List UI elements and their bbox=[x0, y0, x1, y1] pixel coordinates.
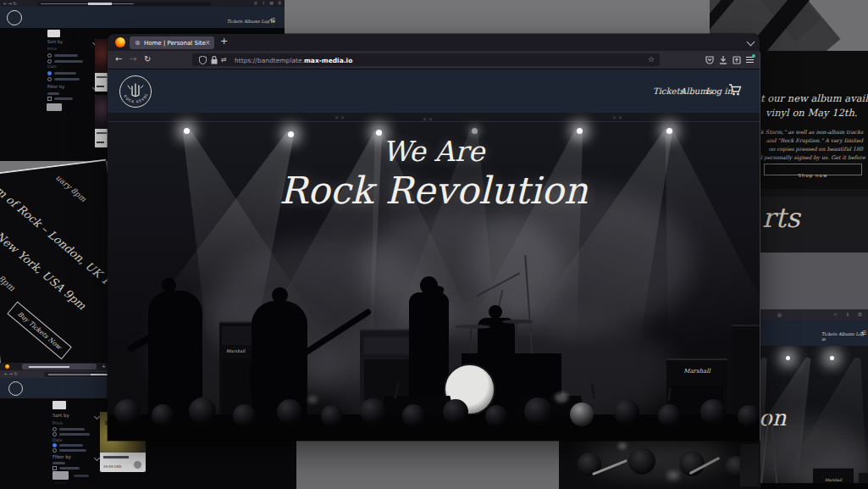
background-photo-band[interactable] bbox=[559, 441, 762, 489]
url-domain: max-media.io bbox=[304, 57, 352, 64]
filter-chevron-icon[interactable] bbox=[94, 455, 100, 461]
mini-nav[interactable]: Tickets Albums Log in bbox=[227, 19, 274, 24]
genre-checkbox[interactable] bbox=[47, 97, 52, 101]
buy-tickets-button[interactable]: Buy Tickets Now bbox=[7, 302, 72, 360]
site-viewport: ROCK REVOLUTION Tickets Albums Log in ✕✕… bbox=[108, 69, 760, 441]
price-radio-1[interactable] bbox=[47, 53, 52, 58]
tab-bar: ⊕ Home | Personal Site × + bbox=[108, 34, 760, 51]
hero-image: ✕✕ ✕✕ ✕✕ bbox=[108, 113, 760, 441]
mini-logo[interactable] bbox=[7, 10, 22, 25]
pocket-icon[interactable] bbox=[705, 56, 714, 64]
price-radio-2[interactable] bbox=[47, 59, 52, 64]
amp-logo-label: Marshall bbox=[683, 368, 710, 375]
price-radio-2[interactable] bbox=[53, 432, 57, 436]
forward-button[interactable]: → bbox=[130, 54, 136, 64]
date-label: Date bbox=[53, 437, 63, 442]
site-header: ROCK REVOLUTION Tickets Albums Log in bbox=[108, 69, 760, 113]
date-radio-1[interactable] bbox=[53, 443, 57, 447]
nav-toolbar: ← → ↻ ⇄ https://bandtemplate.max-media.i… bbox=[108, 51, 760, 69]
add-to-cart-button[interactable] bbox=[134, 461, 141, 469]
background-window-promo[interactable]: t our new album available vinyl on May 1… bbox=[760, 51, 868, 309]
promo-heading: t our new album available bbox=[760, 92, 863, 106]
shield-icon[interactable] bbox=[199, 56, 207, 64]
tab-home[interactable]: ⊕ Home | Personal Site × bbox=[130, 36, 214, 49]
mini-logo[interactable] bbox=[8, 381, 23, 396]
promo-body: l personally signed by us. Get it before bbox=[760, 153, 863, 162]
extension-icon[interactable] bbox=[733, 56, 741, 64]
tab-favicon-icon: ⊕ bbox=[135, 39, 141, 47]
promo-heading: vinyl on May 12th. bbox=[760, 106, 863, 120]
background-window-homepage[interactable]: ◎ ☆ ⇩ ☰ Tickets Albums Log in ⋲ on Marsh… bbox=[760, 309, 868, 489]
tab-close-icon[interactable]: × bbox=[205, 39, 211, 47]
ticket-line: ia 8pm bbox=[0, 267, 17, 293]
mini-cart-icon[interactable]: ⋲ bbox=[269, 17, 275, 24]
price-radio-1[interactable] bbox=[53, 427, 57, 431]
mini-albums-button[interactable] bbox=[47, 30, 60, 37]
mini-submit-button[interactable] bbox=[47, 103, 62, 111]
date-radio-2[interactable] bbox=[53, 448, 57, 453]
desktop: ← → ↻ ◎ ⇩ ▤ ☰ Tickets Albums Log in ⋲ So… bbox=[0, 0, 868, 489]
truss-lights: ✕✕ bbox=[334, 114, 346, 120]
date-radio-1[interactable] bbox=[47, 71, 52, 75]
tab-title: Home | Personal Site bbox=[144, 40, 206, 47]
shop-now-label: Shop now bbox=[799, 173, 828, 178]
genre-checkbox[interactable] bbox=[53, 466, 57, 470]
url-host: https://bandtemplate. bbox=[235, 57, 304, 64]
promo-text-block: t our new album available vinyl on May 1… bbox=[760, 92, 863, 162]
sort-chevron-icon[interactable] bbox=[94, 414, 100, 420]
promo-body: and "Rock Eruption." A very limited bbox=[760, 136, 863, 145]
url-text[interactable]: https://bandtemplate.max-media.io bbox=[235, 57, 352, 64]
rock-revolution-logo[interactable]: ROCK REVOLUTION bbox=[119, 75, 152, 108]
reload-button[interactable]: ↻ bbox=[144, 54, 151, 64]
filter-by-label: Filter by bbox=[47, 84, 64, 89]
url-bar[interactable]: ⇄ https://bandtemplate.max-media.io ☆ bbox=[192, 53, 660, 66]
concerts-heading-fragment: rts bbox=[762, 202, 800, 234]
desktop-gap bbox=[296, 441, 559, 489]
price-label: Price bbox=[47, 47, 57, 51]
sort-by-label: Sort by bbox=[53, 413, 69, 418]
amp-logo-label: Marshall bbox=[825, 478, 842, 482]
download-icon[interactable] bbox=[719, 56, 727, 64]
submit-label: Submit bbox=[54, 481, 66, 485]
back-button[interactable]: ← bbox=[115, 54, 122, 64]
bookmark-star-icon[interactable]: ☆ bbox=[648, 55, 655, 64]
promo-body: k Storm," as well as non-album tracks bbox=[760, 128, 863, 136]
mini-cart-icon[interactable]: ⋲ bbox=[860, 330, 866, 336]
new-tab-button[interactable]: + bbox=[220, 36, 228, 47]
hero-heading-line2: Rock Revolution bbox=[108, 169, 760, 212]
menu-icon[interactable] bbox=[746, 57, 754, 63]
hero-heading-line1: We Are bbox=[108, 135, 760, 168]
price-label: Price bbox=[53, 420, 63, 425]
mini-toolbar-icons[interactable]: ◎ ⇩ ▤ ☰ bbox=[254, 1, 283, 5]
shop-now-button[interactable]: Shop now bbox=[764, 164, 862, 175]
card-price: 29.99 USD bbox=[103, 464, 121, 469]
lock-icon[interactable] bbox=[211, 56, 218, 64]
date-label: Date bbox=[47, 64, 57, 69]
mini-albums-button[interactable] bbox=[53, 401, 66, 409]
filter-by-label: Filter by bbox=[53, 454, 71, 459]
cart-icon[interactable] bbox=[728, 84, 742, 97]
truss-lights: ✕✕ bbox=[423, 116, 434, 122]
firefox-icon[interactable] bbox=[115, 37, 125, 47]
mini-tab[interactable] bbox=[22, 364, 97, 370]
sort-by-label: Sort by bbox=[47, 39, 63, 44]
mini-submit-button[interactable]: Submit bbox=[53, 471, 69, 480]
amp-logo-label: Marshall bbox=[226, 348, 245, 353]
ticket-line: uary 8pm bbox=[54, 173, 88, 203]
date-radio-2[interactable] bbox=[47, 77, 52, 81]
truss-lights: ✕✕ bbox=[612, 114, 624, 120]
mini-url-bar[interactable] bbox=[37, 2, 211, 6]
promo-body: oo copies pressed on beautiful 180 bbox=[760, 145, 863, 153]
mini-firefox-icon bbox=[5, 364, 9, 369]
mini-new-tab[interactable]: + bbox=[102, 363, 106, 369]
main-browser-window[interactable]: ⊕ Home | Personal Site × + ← → ↻ ⇄ https… bbox=[108, 34, 760, 441]
tab-list-chevron-icon[interactable] bbox=[747, 38, 755, 47]
permissions-icon[interactable]: ⇄ bbox=[221, 56, 227, 64]
mini-back-icon[interactable]: ← → ↻ bbox=[3, 1, 17, 6]
menu-badge bbox=[752, 54, 755, 58]
